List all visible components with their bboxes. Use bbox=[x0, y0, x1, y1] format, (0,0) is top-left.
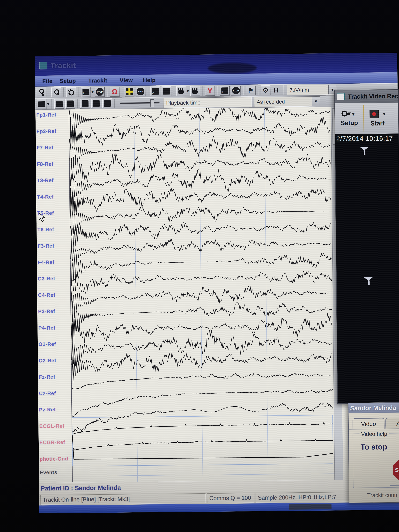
channel-label-p3-ref[interactable]: P3-Ref bbox=[38, 309, 55, 315]
trace-t4-ref bbox=[70, 185, 331, 221]
start-label: Start bbox=[370, 120, 385, 127]
stop-sign-icon: STOP bbox=[232, 87, 240, 94]
touch-button[interactable] bbox=[190, 86, 200, 96]
setup-dropdown-arrow[interactable]: ▾ bbox=[352, 111, 355, 117]
channel-label-f4-ref[interactable]: F4-Ref bbox=[38, 259, 54, 265]
display-button[interactable]: /// bbox=[81, 87, 91, 97]
sample-status-text: Sample:200Hz. HP:0.1Hz,LP:7 bbox=[256, 494, 338, 501]
channel-label-c4-ref[interactable]: C4-Ref bbox=[38, 292, 55, 298]
montage-page-button-5[interactable] bbox=[102, 98, 112, 108]
channel-label-cz-ref[interactable]: Cz-Ref bbox=[39, 390, 56, 396]
display-dropdown-arrow[interactable]: ▾ bbox=[91, 89, 94, 95]
stop-button-2[interactable]: STOP bbox=[136, 87, 146, 96]
screen-glare bbox=[208, 63, 257, 74]
page-view-button[interactable]: __ bbox=[162, 86, 171, 96]
channel-label-o2-ref[interactable]: O2-Ref bbox=[39, 358, 56, 364]
monitor-photo: Trackit File Setup Trackit View Help ///… bbox=[0, 0, 399, 532]
channel-label-t4-ref[interactable]: T4-Ref bbox=[37, 194, 54, 200]
setup-key-icon bbox=[342, 112, 350, 117]
trace-ecgl-ref bbox=[72, 422, 333, 434]
stop-button-3[interactable]: STOP bbox=[231, 86, 241, 96]
eeg-traces-canvas bbox=[35, 107, 335, 483]
channel-label-fp2-ref[interactable]: Fp2-Ref bbox=[36, 128, 56, 134]
sensitivity-select[interactable]: 7uV/mm ▼ bbox=[287, 85, 336, 95]
video-window-icon bbox=[337, 93, 345, 100]
video-start-button[interactable]: ▾ Start bbox=[364, 103, 391, 134]
calibration-button[interactable] bbox=[125, 87, 134, 97]
channel-label-pz-ref[interactable]: Pz-Ref bbox=[39, 407, 56, 413]
menu-view[interactable]: View bbox=[120, 77, 133, 84]
video-preview-area: 2/7/2014 10:16:17 bbox=[335, 133, 399, 403]
stop-button-1[interactable]: STOP bbox=[95, 87, 105, 97]
info-window-title-bar[interactable]: Sandor Melinda bbox=[348, 403, 399, 413]
speed-select[interactable]: As recorded ▼ bbox=[254, 96, 320, 107]
channel-label-c3-ref[interactable]: C3-Ref bbox=[38, 276, 55, 282]
trace-ecgr-ref bbox=[72, 439, 333, 450]
flag-button[interactable]: ⚑ bbox=[246, 86, 256, 95]
folder-dropdown-arrow[interactable]: ▾ bbox=[47, 101, 49, 107]
tab-video[interactable]: Video bbox=[353, 418, 385, 430]
hand-tool-icon bbox=[192, 88, 198, 94]
channel-label-t3-ref[interactable]: T3-Ref bbox=[37, 177, 54, 184]
header-button[interactable]: H bbox=[272, 86, 281, 95]
video-setup-button[interactable]: ▾ Setup bbox=[335, 103, 363, 134]
black-square-icon bbox=[104, 100, 111, 107]
funnel-icon bbox=[360, 147, 369, 156]
channel-label-p4-ref[interactable]: P4-Ref bbox=[38, 325, 55, 331]
comms-status-cell: Comms Q = 100 bbox=[207, 493, 254, 503]
trace-view-button[interactable]: /// bbox=[151, 86, 160, 96]
trace-cz-ref bbox=[72, 389, 333, 417]
funnel-icon bbox=[364, 277, 373, 286]
flag-icon: ⚑ bbox=[248, 87, 253, 94]
montage-button[interactable] bbox=[66, 87, 76, 97]
playback-time-value: Playback time bbox=[164, 99, 203, 106]
zoom-button[interactable] bbox=[51, 87, 61, 97]
pan-dropdown-arrow[interactable]: ▾ bbox=[187, 89, 189, 94]
montage-page-button-4[interactable] bbox=[91, 99, 101, 108]
toolbar-separator bbox=[107, 87, 108, 96]
toolbar-separator bbox=[77, 99, 78, 108]
video-toolbar: ▾ Setup ▾ Start bbox=[335, 102, 399, 134]
channel-label-fp1-ref[interactable]: Fp1-Ref bbox=[36, 112, 56, 118]
playback-time-field[interactable]: Playback time bbox=[163, 97, 252, 108]
toolbar-separator bbox=[148, 87, 148, 96]
channel-label-f3-ref[interactable]: F3-Ref bbox=[38, 243, 54, 249]
impedance-button[interactable]: Ω bbox=[110, 87, 120, 97]
window-title: Trackit bbox=[51, 61, 76, 70]
channel-label-t6-ref[interactable]: T6-Ref bbox=[37, 227, 54, 233]
menu-trackit[interactable]: Trackit bbox=[88, 77, 107, 84]
montage-page-button-2[interactable] bbox=[65, 99, 75, 109]
start-dropdown-arrow[interactable]: ▾ bbox=[383, 111, 385, 117]
menu-file[interactable]: File bbox=[42, 78, 52, 84]
photic-button[interactable]: Y bbox=[205, 86, 215, 96]
channel-label-f7-ref[interactable]: F7-Ref bbox=[37, 145, 53, 151]
tab-audio[interactable]: Audio bbox=[386, 418, 399, 429]
video-window-title-bar[interactable]: Trackit Video Rec bbox=[335, 90, 398, 103]
record-folder-button[interactable] bbox=[37, 99, 47, 109]
trackit-connection-status: Trackit conn bbox=[367, 492, 397, 498]
chart-button[interactable]: /// bbox=[220, 86, 230, 96]
montage-page-button-1[interactable] bbox=[54, 99, 64, 109]
channel-label-o1-ref[interactable]: O1-Ref bbox=[38, 341, 56, 347]
settings-button[interactable]: ⚙ bbox=[261, 85, 271, 95]
channel-label-fz-ref[interactable]: Fz-Ref bbox=[39, 374, 55, 380]
menu-setup[interactable]: Setup bbox=[60, 78, 76, 84]
channel-label-f8-ref[interactable]: F8-Ref bbox=[37, 161, 53, 167]
montage-page-button-3[interactable] bbox=[80, 99, 90, 108]
toolbar-separator bbox=[202, 86, 203, 96]
channel-label-ecgl-ref[interactable]: ECGL-Ref bbox=[39, 423, 64, 429]
key-button[interactable] bbox=[37, 88, 46, 97]
channel-label-photic-gnd[interactable]: photic-Gnd bbox=[40, 456, 68, 462]
timebase-slider[interactable] bbox=[120, 98, 160, 108]
folder-icon bbox=[38, 101, 45, 107]
menu-help[interactable]: Help bbox=[143, 77, 156, 83]
h-icon: H bbox=[274, 86, 279, 94]
speed-dropdown-button[interactable]: ▼ bbox=[312, 97, 320, 106]
pan-button[interactable] bbox=[176, 86, 186, 96]
black-square-icon bbox=[56, 101, 63, 107]
channel-label-ecgr-ref[interactable]: ECGR-Ref bbox=[39, 439, 65, 446]
toolbar-separator bbox=[51, 99, 52, 109]
speed-value: As recorded bbox=[254, 99, 287, 105]
toolbar-separator bbox=[174, 86, 174, 96]
slider-thumb[interactable] bbox=[151, 99, 154, 107]
